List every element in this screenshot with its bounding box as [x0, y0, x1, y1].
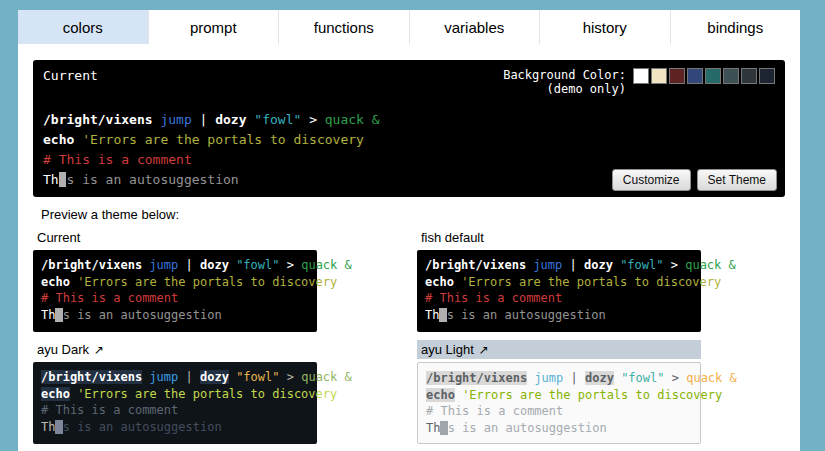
background-color-label: Background Color: [503, 68, 626, 82]
theme-name[interactable]: ayu Light↗ [417, 340, 701, 359]
background-color-swatch[interactable] [633, 68, 649, 84]
code-segment-command: echo [43, 132, 74, 147]
code-segment-end: quack [301, 258, 337, 272]
theme-preview-terminal[interactable]: /bright/vixens jump | dozy "fowl" > quac… [33, 362, 317, 444]
code-segment-normal [663, 258, 670, 272]
code-segment-command: echo [425, 275, 454, 289]
terminal-line: echo 'Errors are the portals to discover… [43, 130, 775, 150]
theme-grid: Current/bright/vixens jump | dozy "fowl"… [33, 228, 785, 444]
external-link-icon[interactable]: ↗ [479, 343, 489, 357]
code-segment-normal: | [192, 112, 215, 127]
demo-only-label: (demo only) [503, 82, 626, 96]
code-segment-cursor: i [440, 421, 447, 435]
code-segment-quoteline: 'Errors are the portals to discovery [77, 275, 337, 289]
code-segment-quoteline: 'Errors are the portals to discovery [77, 387, 337, 401]
terminal-line: # This is a comment [41, 402, 309, 419]
code-segment-normal [337, 370, 344, 384]
theme-preview-terminal[interactable]: /bright/vixens jump | dozy "fowl" > quac… [417, 362, 701, 444]
tab-colors[interactable]: colors [18, 10, 149, 44]
tab-prompt[interactable]: prompt [149, 10, 280, 44]
tab-history[interactable]: history [540, 10, 671, 44]
code-segment-normal: Th [41, 308, 55, 322]
terminal-line: /bright/vixens jump | dozy "fowl" > quac… [41, 369, 309, 386]
code-segment-normal: | [563, 371, 585, 385]
code-segment-normal: Th [425, 308, 439, 322]
terminal-header: Current Background Color: (demo only) [43, 68, 775, 96]
code-segment-normal [364, 112, 372, 127]
code-segment-quoteline: 'Errors are the portals to discovery [462, 388, 722, 402]
code-segment-command: dozy [200, 370, 229, 384]
code-segment-end: & [345, 370, 352, 384]
code-segment-normal [337, 258, 344, 272]
code-segment-comment: # This is a comment [41, 291, 178, 305]
theme-name[interactable]: Current [33, 228, 317, 247]
code-segment-quoteline: 'Errors are the portals to discovery [82, 132, 364, 147]
code-segment-end: quack [685, 258, 721, 272]
terminal-line: /bright/vixens jump | dozy "fowl" > quac… [43, 110, 775, 130]
code-segment-command: /bright/vixens [41, 370, 142, 384]
code-segment-command: dozy [200, 258, 229, 272]
code-segment-comment: # This is a comment [43, 152, 192, 167]
background-color-picker: Background Color: (demo only) [503, 68, 775, 96]
code-segment-normal [301, 112, 309, 127]
fish-config-app: colors prompt functions variables histor… [18, 10, 800, 451]
background-color-swatch[interactable] [741, 68, 757, 84]
theme-name-text: ayu Dark [37, 342, 89, 357]
code-segment-param: jump [149, 258, 178, 272]
theme-name-text: Current [37, 230, 80, 245]
code-segment-end: & [730, 371, 737, 385]
set-theme-button[interactable]: Set Theme [697, 169, 777, 191]
background-color-swatch[interactable] [651, 68, 667, 84]
code-segment-normal [721, 258, 728, 272]
customize-button[interactable]: Customize [612, 169, 691, 191]
code-segment-normal: | [178, 370, 200, 384]
current-theme-terminal: Current Background Color: (demo only) /b… [33, 60, 785, 197]
code-segment-normal: | [562, 258, 584, 272]
code-segment-normal [74, 132, 82, 147]
theme-preview-terminal[interactable]: /bright/vixens jump | dozy "fowl" > quac… [417, 250, 701, 332]
terminal-buttons: Customize Set Theme [612, 169, 777, 191]
theme-name[interactable]: fish default [417, 228, 701, 247]
code-segment-command: dozy [215, 112, 246, 127]
background-color-swatch[interactable] [669, 68, 685, 84]
code-segment-redirect: > [287, 370, 294, 384]
code-segment-normal [664, 371, 671, 385]
code-segment-command: echo [41, 387, 70, 401]
code-segment-normal: Th [43, 172, 59, 187]
code-segment-autosuggestion: s is an autosuggestion [63, 308, 222, 322]
background-color-swatch[interactable] [705, 68, 721, 84]
preview-heading: Preview a theme below: [41, 207, 785, 222]
theme-preview-terminal[interactable]: /bright/vixens jump | dozy "fowl" > quac… [33, 250, 317, 332]
theme-tile: ayu Light↗/bright/vixens jump | dozy "fo… [417, 340, 701, 444]
code-segment-command: /bright/vixens [425, 258, 526, 272]
code-segment-end: & [372, 112, 380, 127]
colors-panel: Current Background Color: (demo only) /b… [18, 44, 800, 451]
terminal-line: /bright/vixens jump | dozy "fowl" > quac… [426, 370, 692, 387]
theme-name[interactable]: ayu Dark↗ [33, 340, 317, 359]
theme-tile: ayu Dark↗/bright/vixens jump | dozy "fow… [33, 340, 317, 444]
code-segment-quote: "fowl" [236, 258, 279, 272]
background-color-swatch[interactable] [687, 68, 703, 84]
terminal-line: echo 'Errors are the portals to discover… [426, 387, 692, 404]
terminal-line: This is an autosuggestion [41, 419, 309, 436]
code-segment-redirect: > [309, 112, 317, 127]
tab-functions[interactable]: functions [279, 10, 410, 44]
code-segment-quote: "fowl" [254, 112, 301, 127]
code-segment-end: & [345, 258, 352, 272]
code-segment-normal: Th [426, 421, 440, 435]
external-link-icon[interactable]: ↗ [94, 343, 104, 357]
code-segment-cursor: i [439, 308, 446, 322]
code-segment-command: /bright/vixens [43, 112, 153, 127]
background-color-swatch[interactable] [723, 68, 739, 84]
theme-tile: fish default/bright/vixens jump | dozy "… [417, 228, 701, 332]
tab-bindings[interactable]: bindings [671, 10, 801, 44]
code-segment-command: /bright/vixens [41, 258, 142, 272]
tab-variables[interactable]: variables [410, 10, 541, 44]
code-segment-end: & [729, 258, 736, 272]
code-segment-normal: Th [41, 420, 55, 434]
code-segment-autosuggestion: s is an autosuggestion [66, 172, 238, 187]
code-segment-normal [279, 258, 286, 272]
terminal-line: # This is a comment [426, 403, 692, 420]
background-color-labels: Background Color: (demo only) [503, 68, 626, 96]
background-color-swatch[interactable] [759, 68, 775, 84]
